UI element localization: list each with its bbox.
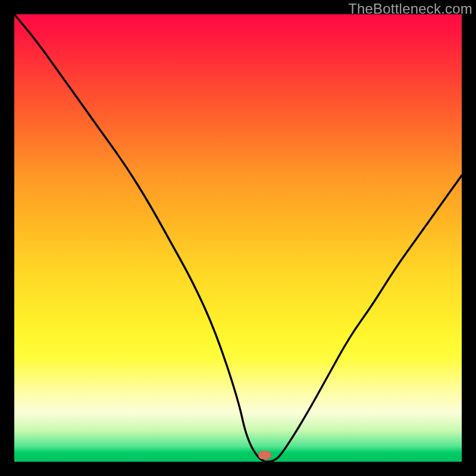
bottleneck-curve xyxy=(14,14,462,462)
chart-area xyxy=(14,14,462,462)
current-point-marker xyxy=(258,451,271,459)
